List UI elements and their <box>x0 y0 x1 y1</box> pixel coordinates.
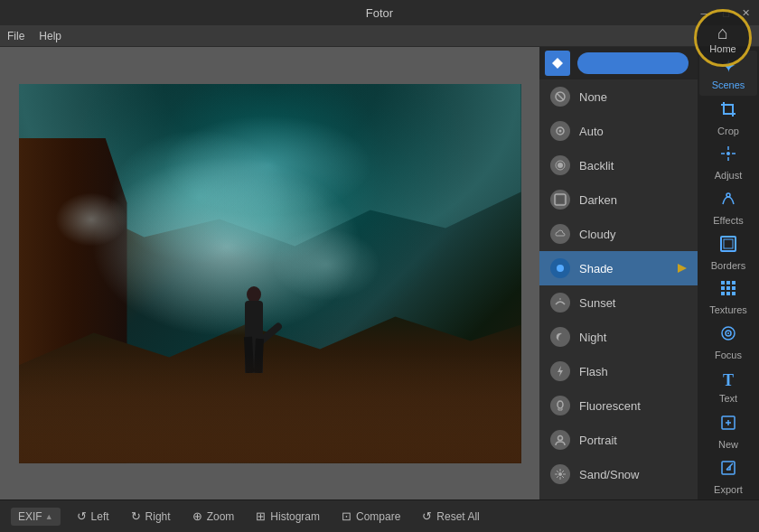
bottom-btn-histogram[interactable]: ⊞ Histogram <box>247 506 329 527</box>
tool-text-label: Text <box>719 393 737 404</box>
scene-label-fluorescent: Fluorescent <box>579 399 641 413</box>
tool-crop-label: Crop <box>717 126 739 136</box>
scene-label-flash: Flash <box>579 365 608 378</box>
scene-label-sandsnow: Sand/Snow <box>579 468 640 481</box>
svg-rect-33 <box>721 237 736 251</box>
scene-item-auto[interactable]: Auto <box>539 114 698 148</box>
tool-focus-label: Focus <box>715 350 742 360</box>
tab-slider[interactable] <box>577 52 689 74</box>
scene-label-portrait: Portrait <box>579 434 617 447</box>
histogram-label: Histogram <box>270 510 320 523</box>
tools-panel: ✦ Scenes Crop Adjust Effects <box>698 47 759 499</box>
zoom-label: Zoom <box>207 510 235 523</box>
svg-rect-37 <box>732 281 736 285</box>
scene-icon-sunset <box>550 293 570 313</box>
scene-item-fluorescent[interactable]: Fluorescent <box>539 388 698 423</box>
menu-bar: File Help <box>0 25 759 47</box>
tool-borders[interactable]: Borders <box>699 230 757 275</box>
menu-file[interactable]: File <box>7 30 24 42</box>
svg-rect-36 <box>726 281 730 285</box>
svg-point-9 <box>557 265 564 272</box>
tool-export-label: Export <box>714 484 743 495</box>
scene-icon-fluorescent <box>550 396 570 415</box>
svg-marker-12 <box>558 366 563 377</box>
scene-item-none[interactable]: None <box>539 79 698 114</box>
right-icon: ↻ <box>131 509 141 523</box>
compare-label: Compare <box>356 510 400 523</box>
home-circle-icon: ⌂ <box>717 23 728 43</box>
svg-point-46 <box>727 332 729 334</box>
scene-item-flash[interactable]: Flash <box>539 354 698 388</box>
svg-point-27 <box>726 152 730 155</box>
svg-line-23 <box>557 471 558 472</box>
crop-icon <box>719 100 737 123</box>
svg-marker-0 <box>552 58 563 69</box>
tool-crop[interactable]: Crop <box>699 96 757 141</box>
exif-button[interactable]: EXIF ▲ <box>11 508 61 526</box>
scene-icon-portrait <box>550 430 570 450</box>
effects-icon <box>719 190 737 212</box>
scenes-list: None Auto Backlit Darken <box>539 79 698 499</box>
scene-label-auto: Auto <box>579 125 604 138</box>
scene-icon-auto <box>550 121 570 141</box>
scene-label-night: Night <box>579 331 606 344</box>
svg-line-24 <box>562 476 564 478</box>
resetall-icon: ↺ <box>422 509 432 523</box>
home-circle-button[interactable]: ⌂ Home <box>694 9 752 67</box>
scenes-panel: None Auto Backlit Darken <box>539 47 698 499</box>
menu-help[interactable]: Help <box>39 30 61 42</box>
home-circle-label: Home <box>709 43 736 54</box>
tool-scenes-label: Scenes <box>712 79 745 90</box>
scene-icon-backlit <box>550 155 570 175</box>
tool-borders-label: Borders <box>711 260 746 271</box>
focus-icon <box>719 324 737 347</box>
bottom-btn-zoom[interactable]: ⊕ Zoom <box>183 506 244 527</box>
scene-item-sandsnow[interactable]: Sand/Snow <box>539 457 698 491</box>
scene-item-sunset[interactable]: Sunset <box>539 285 698 320</box>
bottom-btn-resetall[interactable]: ↺ Reset All <box>413 506 488 527</box>
canvas-area <box>0 47 539 499</box>
scene-item-shade[interactable]: Shade <box>539 251 698 285</box>
bottom-btn-right[interactable]: ↻ Right <box>122 506 180 527</box>
scene-label-cloudy: Cloudy <box>579 228 615 241</box>
svg-point-18 <box>558 472 562 476</box>
cave-photo <box>19 84 521 463</box>
left-label: Left <box>91 510 109 523</box>
tool-effects[interactable]: Effects <box>699 185 757 230</box>
svg-point-5 <box>558 163 563 168</box>
scene-item-night[interactable]: Night <box>539 320 698 354</box>
svg-line-25 <box>562 471 564 472</box>
scene-icon-darken <box>550 190 570 210</box>
svg-rect-35 <box>721 281 725 285</box>
text-icon: T <box>723 371 734 390</box>
svg-rect-40 <box>732 286 736 290</box>
app-title: Fotor <box>366 6 393 20</box>
new-icon <box>719 414 737 436</box>
tool-effects-label: Effects <box>713 215 743 226</box>
tool-focus[interactable]: Focus <box>699 320 757 365</box>
tool-text[interactable]: T Text <box>699 365 757 410</box>
tool-export[interactable]: Export <box>699 454 757 499</box>
resetall-label: Reset All <box>436 510 479 523</box>
svg-rect-39 <box>726 286 730 290</box>
right-label: Right <box>145 510 171 523</box>
zoom-icon: ⊕ <box>192 509 202 523</box>
borders-icon <box>719 235 737 257</box>
exif-label: EXIF <box>18 510 42 523</box>
tool-new[interactable]: New <box>699 410 757 455</box>
bottom-toolbar: EXIF ▲ ↺ Left ↻ Right ⊕ Zoom ⊞ Histogram… <box>0 499 759 532</box>
scene-item-backlit[interactable]: Backlit <box>539 148 698 182</box>
scene-icon-sandsnow <box>550 464 570 484</box>
scene-item-cloudy[interactable]: Cloudy <box>539 217 698 251</box>
bottom-btn-compare[interactable]: ⊡ Compare <box>333 506 409 527</box>
scene-icon-shade <box>550 258 570 278</box>
tool-adjust[interactable]: Adjust <box>699 140 757 185</box>
scenes-tabs <box>539 47 698 79</box>
bottom-btn-left[interactable]: ↺ Left <box>68 506 118 527</box>
scene-item-portrait[interactable]: Portrait <box>539 423 698 457</box>
compare-icon: ⊡ <box>342 509 351 523</box>
tool-textures[interactable]: Textures <box>699 275 757 321</box>
scene-item-darken[interactable]: Darken <box>539 182 698 217</box>
tab-diamond[interactable] <box>545 51 570 76</box>
scene-icon-none <box>550 87 570 107</box>
